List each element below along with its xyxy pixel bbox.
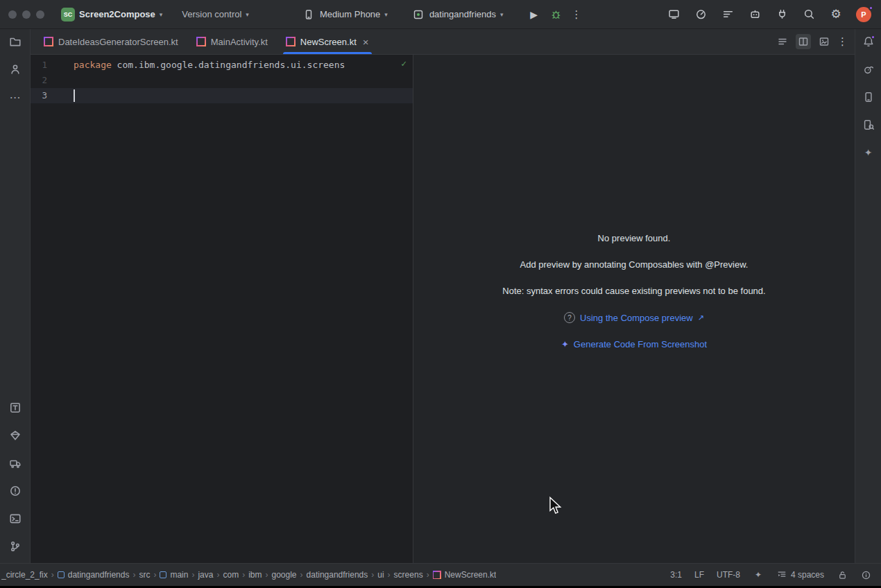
notification-dot	[869, 6, 873, 10]
breadcrumb-label: ui	[377, 570, 384, 580]
project-widget[interactable]: SC Screen2Compose ▾	[57, 5, 166, 24]
structure-tool-icon[interactable]	[8, 62, 22, 76]
close-tab-icon[interactable]: ×	[363, 37, 369, 47]
device-selector[interactable]: Medium Phone ▾	[298, 5, 392, 24]
notifications-bell-icon[interactable]	[862, 35, 875, 49]
code-line: package com.ibm.google.datingandfriends.…	[54, 58, 345, 73]
inspections-widget-icon[interactable]	[860, 569, 871, 580]
debug-button[interactable]	[549, 8, 563, 21]
run-actions: ▶ ⋮	[527, 8, 582, 21]
external-link-icon: ↗	[698, 313, 704, 322]
caret-position-widget[interactable]: 3:1	[670, 570, 682, 580]
project-tool-icon[interactable]	[8, 35, 22, 49]
logcat-icon[interactable]	[721, 8, 735, 21]
build-variants-icon[interactable]	[8, 429, 22, 442]
breadcrumb-label: screens	[394, 570, 423, 580]
encoding-widget[interactable]: UTF-8	[717, 570, 740, 580]
terminal-icon[interactable]	[8, 512, 22, 526]
module-icon	[58, 571, 65, 578]
more-run-options-button[interactable]: ⋮	[572, 8, 582, 21]
preview-message-primary: No preview found.	[598, 233, 671, 243]
breadcrumb-item[interactable]: com	[223, 570, 239, 580]
generate-code-link-label: Generate Code From Screenshot	[574, 339, 707, 349]
profiler-icon[interactable]	[694, 8, 708, 21]
breadcrumb-separator: ›	[300, 570, 303, 580]
device-explorer-icon[interactable]	[862, 118, 875, 132]
design-view-icon[interactable]	[816, 34, 832, 49]
version-control-label: Version control	[182, 9, 241, 19]
line-number: 1	[31, 58, 54, 73]
breadcrumb-item[interactable]: _circle_2_fix	[1, 570, 48, 580]
readonly-lock-icon[interactable]	[837, 569, 848, 580]
chevron-down-icon: ▾	[500, 11, 504, 18]
source-root-icon	[160, 571, 166, 578]
run-config-icon	[411, 8, 425, 21]
help-link-label: Using the Compose preview	[580, 313, 693, 323]
left-strip-top: ⋯	[8, 35, 22, 104]
device-streaming-icon[interactable]	[667, 8, 681, 21]
line-separator-widget[interactable]: LF	[694, 570, 704, 580]
editor-column: DateIdeasGeneratorScreen.kt MainActivity…	[31, 29, 855, 563]
breadcrumb-item[interactable]: datingandfriends	[307, 570, 368, 580]
code-editor[interactable]: 1 package com.ibm.google.datingandfriend…	[31, 55, 413, 563]
breadcrumb-item[interactable]: main	[160, 570, 188, 580]
breadcrumb-item[interactable]: ui	[377, 570, 384, 580]
problems-icon[interactable]	[8, 484, 22, 498]
gemini-tool-icon[interactable]: ✦	[862, 146, 875, 159]
more-tool-windows-icon[interactable]: ⋯	[8, 90, 22, 104]
resource-manager-icon[interactable]	[8, 401, 22, 415]
search-icon[interactable]	[802, 8, 816, 21]
editor-content: 1 package com.ibm.google.datingandfriend…	[31, 55, 855, 563]
tab-dateideasgeneratorscreen[interactable]: DateIdeasGeneratorScreen.kt	[35, 29, 187, 54]
run-button[interactable]: ▶	[527, 8, 541, 21]
window-zoom-button[interactable]	[36, 10, 44, 19]
device-manager-icon[interactable]	[8, 456, 22, 470]
window-close-button[interactable]	[8, 10, 17, 19]
run-configuration-selector[interactable]: datingandfriends ▾	[407, 5, 508, 24]
help-icon: ?	[564, 312, 575, 323]
version-control-tool-icon[interactable]	[8, 539, 22, 553]
breadcrumb-item[interactable]: datingandfriends	[58, 570, 130, 580]
breadcrumb-item[interactable]: src	[139, 570, 150, 580]
compose-preview-help-link[interactable]: ? Using the Compose preview ↗	[564, 312, 704, 323]
user-account-button[interactable]: P	[856, 6, 873, 23]
chevron-down-icon: ▾	[160, 11, 163, 18]
titlebar: SC Screen2Compose ▾ Version control ▾ Me…	[0, 0, 881, 29]
ai-sparkle-icon[interactable]: ✦	[753, 569, 764, 580]
assistant-icon[interactable]	[748, 8, 762, 21]
breadcrumb-item[interactable]: google	[271, 570, 296, 580]
breadcrumb-label: src	[139, 570, 150, 580]
tab-newscreen[interactable]: NewScreen.kt ×	[277, 29, 378, 54]
tab-label: NewScreen.kt	[300, 37, 357, 47]
breadcrumb-item[interactable]: screens	[394, 570, 423, 580]
version-control-widget[interactable]: Version control ▾	[178, 6, 253, 22]
generate-code-from-screenshot-link[interactable]: ✦ Generate Code From Screenshot	[561, 339, 707, 349]
sync-icon[interactable]	[775, 8, 789, 21]
settings-gear-icon[interactable]: ⚙	[829, 8, 843, 21]
ide-window: SC Screen2Compose ▾ Version control ▾ Me…	[0, 0, 881, 588]
line-number: 2	[31, 73, 54, 88]
run-configuration-label: datingandfriends	[429, 9, 496, 19]
split-view-icon[interactable]	[796, 34, 811, 49]
breadcrumb-item[interactable]: ibm	[248, 570, 262, 580]
project-logo: SC	[61, 8, 75, 21]
editor-options-icon[interactable]: ⋮	[837, 35, 848, 48]
preview-message-hint: Add preview by annotating Composables wi…	[520, 259, 749, 270]
breadcrumb-label: datingandfriends	[307, 570, 368, 580]
gradle-icon[interactable]	[862, 62, 875, 76]
editor-tabbar: DateIdeasGeneratorScreen.kt MainActivity…	[31, 29, 855, 55]
preview-message-note: Note: syntax errors could cause existing…	[502, 286, 765, 296]
window-minimize-button[interactable]	[22, 10, 31, 19]
tab-mainactivity[interactable]: MainActivity.kt	[187, 29, 277, 54]
breadcrumb-separator: ›	[216, 570, 219, 580]
code-view-icon[interactable]	[775, 34, 790, 49]
breadcrumb-item[interactable]: NewScreen.kt	[433, 570, 497, 580]
inspections-ok-icon[interactable]: ✓	[401, 58, 407, 69]
breadcrumb-label: java	[198, 570, 213, 580]
running-devices-icon[interactable]	[862, 90, 875, 104]
kotlin-file-icon	[433, 571, 441, 579]
phone-icon	[302, 8, 316, 21]
breadcrumb-item[interactable]: java	[198, 570, 213, 580]
indent-widget[interactable]: 4 spaces	[776, 569, 824, 580]
kotlin-file-icon	[44, 37, 53, 46]
